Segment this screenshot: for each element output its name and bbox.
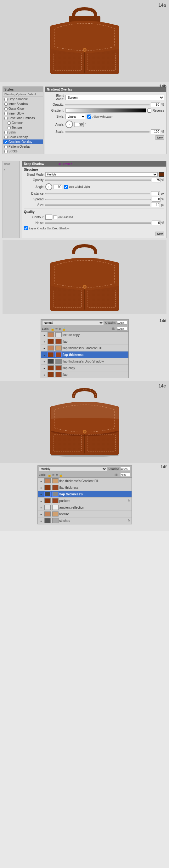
texture-checkbox[interactable] [7, 126, 11, 129]
contour-checkbox[interactable] [7, 122, 11, 125]
style-select[interactable]: Linear [66, 114, 86, 119]
style-texture[interactable]: Texture [3, 125, 43, 130]
ds-distance-input[interactable]: 7 [151, 191, 160, 196]
bevel-emboss-checkbox[interactable] [4, 117, 7, 120]
inner-shadow-checkbox[interactable] [4, 102, 7, 106]
eye-flap-2[interactable] [42, 372, 47, 377]
section-14c: 14c dault s Drop Shadow #672907 Structur… [0, 158, 169, 317]
layer-flap-copy[interactable]: flap copy [41, 365, 128, 371]
style-pattern-overlay[interactable]: Pattern Overlay [3, 144, 43, 149]
color-overlay-checkbox[interactable] [4, 136, 7, 139]
ds-contour-preview[interactable] [45, 215, 52, 220]
layer-drop-shadow-item[interactable]: flap thickness's Drop Shadow [41, 358, 128, 365]
eye-f-pockets[interactable] [39, 498, 43, 503]
eye-f-stitches[interactable] [39, 518, 43, 523]
opacity-input[interactable]: 90 [151, 102, 160, 107]
ds-size-slider[interactable] [45, 205, 150, 206]
layer-f-flap-thickness-shadow[interactable]: flap thickness's ... [38, 491, 132, 498]
ds-size-input[interactable]: 10 [151, 203, 160, 207]
angle-input[interactable]: 90 [74, 122, 84, 127]
gradient-bar[interactable] [66, 108, 146, 113]
scale-input[interactable]: 100 [151, 129, 160, 134]
layer-f-flap-thickness[interactable]: flap thickness [38, 484, 132, 491]
ds-opacity-input[interactable]: 75 [152, 178, 161, 182]
layer-name-f-ambient: ambient reflection [59, 506, 130, 509]
eye-f-gradient-fill[interactable] [39, 478, 43, 483]
label-14a: 14a [159, 2, 166, 7]
style-gradient-overlay[interactable]: Gradient Overlay [3, 140, 43, 144]
ds-noise-input[interactable]: 0 [152, 221, 161, 225]
layer-f-gradient-fill[interactable]: flap thickness's Gradient Fill [38, 478, 132, 484]
global-light-checkbox[interactable] [64, 185, 68, 189]
ds-new-button[interactable]: New [156, 231, 164, 236]
ds-distance-slider[interactable] [45, 193, 150, 194]
layer-f-pockets[interactable]: pockets fx [38, 498, 132, 504]
style-contour[interactable]: Contour [3, 121, 43, 125]
eye-texture-copy[interactable] [42, 333, 47, 337]
layer-f-texture[interactable]: texture [38, 511, 132, 518]
eye-f-ambient[interactable] [39, 505, 43, 509]
align-checkbox[interactable] [87, 115, 91, 119]
angle-dial[interactable]: ↑ [66, 121, 73, 128]
eye-flap-1[interactable] [42, 339, 47, 344]
knockout-checkbox[interactable] [24, 226, 28, 230]
blend-mode-layers-d[interactable]: Normal [42, 320, 104, 325]
layer-texture-copy[interactable]: texture copy [41, 332, 128, 338]
ds-color-swatch[interactable] [159, 172, 164, 177]
style-color-overlay[interactable]: Color Overlay [3, 135, 43, 140]
style-bevel-emboss[interactable]: Bevel and Emboss [3, 116, 43, 121]
satin-checkbox[interactable] [4, 131, 7, 134]
gradient-overlay-checkbox[interactable] [4, 141, 7, 144]
style-satin[interactable]: Satin [3, 130, 43, 135]
eye-gradient-fill[interactable] [42, 346, 47, 350]
ds-spread-row: Spread: 0 % [24, 197, 164, 202]
opacity-slider[interactable] [66, 104, 150, 105]
layer-f-stitches[interactable]: stitches fx [38, 518, 132, 524]
eye-f-flap-thickness[interactable] [39, 485, 43, 490]
blend-mode-select[interactable]: Screen [66, 95, 164, 100]
ds-spread-slider[interactable] [45, 199, 151, 200]
thumb2-flap-thickness [55, 352, 62, 357]
lock-icons-f[interactable]: 🔒 ✏ ⊕ 🔒 [47, 473, 62, 477]
style-inner-shadow[interactable]: Inner Shadow [3, 102, 43, 106]
blend-mode-layers-f[interactable]: Multiply [39, 466, 107, 471]
opacity-layers-input-f[interactable]: 100% [120, 467, 130, 471]
ds-opacity-slider[interactable] [45, 180, 151, 181]
layer-name-flap-thickness: flap thickness [62, 353, 127, 356]
layer-flap-thickness[interactable]: flap thickness [41, 351, 128, 358]
layer-name-f-texture: texture [59, 513, 130, 516]
eye-f-texture[interactable] [39, 512, 43, 516]
layer-flap-2[interactable]: flap [41, 371, 128, 378]
style-outer-glow[interactable]: Outer Glow [3, 106, 43, 111]
drop-shadow-label: Drop Shadow [8, 97, 28, 101]
style-inner-glow[interactable]: Inner Glow [3, 111, 43, 116]
eye-flap-thickness[interactable] [42, 352, 47, 357]
ds-noise-slider[interactable] [45, 222, 151, 224]
ds-blend-select[interactable]: Multiply [45, 172, 158, 177]
thumb2-flap-1 [55, 339, 62, 344]
layer-flap-1[interactable]: flap [41, 338, 128, 345]
outer-glow-checkbox[interactable] [4, 107, 7, 111]
ds-angle-input[interactable]: 90 [53, 185, 62, 189]
eye-drop-shadow-item[interactable] [42, 359, 47, 364]
pattern-overlay-checkbox[interactable] [4, 145, 7, 148]
opacity-layers-input-d[interactable]: 100% [117, 321, 127, 325]
lock-icons-d[interactable]: 🔒 ✏ ⊕ 🔒 [51, 327, 66, 331]
stroke-checkbox[interactable] [4, 150, 7, 153]
layer-f-ambient[interactable]: ambient reflection [38, 504, 132, 511]
scale-slider[interactable] [66, 131, 150, 132]
reverse-checkbox[interactable] [147, 108, 152, 113]
ds-angle-dial[interactable]: ↑ [45, 183, 52, 190]
fill-input-d[interactable]: 100% [117, 327, 127, 331]
antialias-checkbox[interactable] [53, 215, 57, 219]
layer-gradient-fill[interactable]: flap thickness's Gradient Fill [41, 345, 128, 351]
inner-glow-checkbox[interactable] [4, 112, 7, 115]
drop-shadow-checkbox[interactable] [4, 98, 7, 101]
style-stroke[interactable]: Stroke [3, 149, 43, 154]
eye-f-flap-thickness-shadow[interactable] [39, 492, 43, 496]
ds-spread-input[interactable]: 0 [152, 197, 161, 202]
eye-flap-copy[interactable] [42, 366, 47, 370]
new-button-14b[interactable]: New [156, 135, 164, 140]
style-drop-shadow[interactable]: Drop Shadow [3, 97, 43, 102]
fill-input-f[interactable]: 75% [120, 473, 130, 477]
